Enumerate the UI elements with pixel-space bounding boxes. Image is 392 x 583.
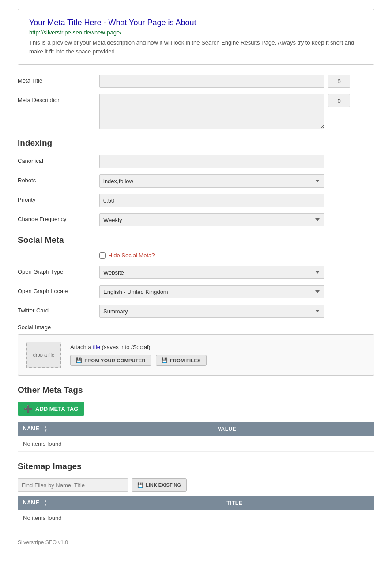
meta-tags-empty-text: No items found	[18, 436, 374, 452]
link-existing-label: LINK EXISTING	[146, 482, 181, 488]
meta-description-row: Meta Description 0	[18, 94, 374, 129]
canonical-row: Canonical	[18, 155, 374, 168]
upload-box: drop a file Attach a file (saves into /S…	[18, 334, 374, 376]
plus-icon: ➕	[24, 405, 33, 413]
meta-tags-empty-row: No items found	[18, 436, 374, 452]
sitemap-images-empty-row: No items found	[18, 510, 374, 526]
social-meta-heading: Social Meta	[18, 235, 374, 245]
page-footer: Silverstripe SEO v1.0	[18, 539, 374, 545]
meta-title-input[interactable]	[99, 75, 324, 88]
add-meta-tag-button[interactable]: ➕ ADD META TAG	[18, 402, 84, 416]
attach-prefix: Attach a	[70, 344, 93, 350]
change-frequency-row: Change Frequency AlwaysHourlyDailyWeekly…	[18, 213, 374, 226]
open-graph-locale-select[interactable]: English - United KingdomEnglish - United…	[99, 285, 324, 298]
robots-select[interactable]: index,follownoindex,followindex,nofollow…	[99, 174, 324, 188]
twitter-card-label: Twitter Card	[18, 305, 99, 314]
social-image-label: Social Image	[18, 324, 374, 331]
open-graph-locale-label: Open Graph Locale	[18, 285, 99, 294]
from-files-label: FROM FILES	[170, 358, 201, 363]
meta-tags-table: NAME ▲ ▼ VALUE No items found	[18, 422, 374, 452]
canonical-controls	[99, 155, 374, 168]
open-graph-locale-controls: English - United KingdomEnglish - United…	[99, 285, 374, 298]
open-graph-type-controls: WebsiteArticleBookProfileMusicVideo	[99, 266, 374, 279]
open-graph-type-select[interactable]: WebsiteArticleBookProfileMusicVideo	[99, 266, 324, 279]
social-meta-section: Social Meta Hide Social Meta? Open Graph…	[18, 235, 374, 376]
meta-title-controls: 0	[99, 75, 374, 88]
upload-right: Attach a file (saves into /Social) 💾 FRO…	[70, 344, 207, 366]
robots-label: Robots	[18, 174, 99, 184]
social-image-section: Social Image drop a file Attach a file (…	[18, 324, 374, 376]
upload-icon: 💾	[76, 357, 82, 363]
drop-area[interactable]: drop a file	[26, 342, 61, 368]
change-frequency-controls: AlwaysHourlyDailyWeeklyMonthlyYearlyNeve…	[99, 213, 374, 226]
priority-row: Priority	[18, 194, 374, 207]
hide-social-meta-checkbox[interactable]	[99, 252, 106, 259]
attach-link[interactable]: file	[93, 344, 100, 350]
sitemap-name-header: NAME ▲ ▼	[18, 496, 221, 510]
attach-text: Attach a file (saves into /Social)	[70, 344, 207, 350]
preview-url: http://silverstripe-seo.dev/new-page/	[29, 29, 363, 36]
priority-input[interactable]	[99, 194, 324, 207]
footer-text: Silverstripe SEO v1.0	[18, 539, 68, 545]
sitemap-images-table: NAME ▲ ▼ TITLE No items found	[18, 496, 374, 526]
from-computer-button[interactable]: 💾 FROM YOUR COMPUTER	[70, 355, 151, 366]
robots-row: Robots index,follownoindex,followindex,n…	[18, 174, 374, 188]
open-graph-locale-row: Open Graph Locale English - United Kingd…	[18, 285, 374, 298]
link-icon: 💾	[137, 482, 143, 488]
meta-description-controls: 0	[99, 94, 374, 129]
change-frequency-select[interactable]: AlwaysHourlyDailyWeeklyMonthlyYearlyNeve…	[99, 213, 324, 226]
priority-controls	[99, 194, 374, 207]
sitemap-images-section: Sitemap Images 💾 LINK EXISTING NAME ▲ ▼ …	[18, 462, 374, 526]
sitemap-images-heading: Sitemap Images	[18, 462, 374, 471]
meta-description-label: Meta Description	[18, 94, 99, 103]
meta-description-counter: 0	[328, 94, 350, 107]
open-graph-type-label: Open Graph Type	[18, 266, 99, 275]
sitemap-images-header-row: NAME ▲ ▼ TITLE	[18, 496, 374, 510]
name-sort-arrows[interactable]: ▲ ▼	[44, 425, 47, 433]
other-meta-tags-section: Other Meta Tags ➕ ADD META TAG NAME ▲ ▼ …	[18, 385, 374, 452]
link-existing-button[interactable]: 💾 LINK EXISTING	[132, 478, 187, 492]
from-files-button[interactable]: 💾 FROM FILES	[156, 355, 207, 366]
from-computer-label: FROM YOUR COMPUTER	[84, 358, 145, 363]
sitemap-title-header: TITLE	[221, 496, 374, 510]
meta-tags-value-header: VALUE	[212, 422, 374, 436]
attach-suffix: (saves into /Social)	[100, 344, 150, 350]
meta-description-input[interactable]	[99, 94, 324, 129]
files-icon: 💾	[162, 357, 168, 363]
canonical-input[interactable]	[99, 155, 324, 168]
meta-title-label: Meta Title	[18, 75, 99, 84]
sitemap-images-empty-text: No items found	[18, 510, 374, 526]
change-frequency-label: Change Frequency	[18, 213, 99, 222]
add-meta-tag-label: ADD META TAG	[35, 406, 78, 412]
priority-label: Priority	[18, 194, 99, 203]
hide-social-meta-label[interactable]: Hide Social Meta?	[108, 252, 155, 259]
meta-title-counter: 0	[328, 75, 350, 88]
sitemap-search-row: 💾 LINK EXISTING	[18, 478, 374, 492]
meta-title-row: Meta Title 0	[18, 75, 374, 88]
sitemap-name-sort-arrows[interactable]: ▲ ▼	[44, 500, 47, 507]
upload-buttons: 💾 FROM YOUR COMPUTER 💾 FROM FILES	[70, 355, 207, 366]
open-graph-type-row: Open Graph Type WebsiteArticleBookProfil…	[18, 266, 374, 279]
twitter-card-select[interactable]: SummarySummary Large ImageAppPlayer	[99, 305, 324, 318]
preview-title: Your Meta Title Here - What Your Page is…	[29, 18, 363, 27]
sitemap-search-input[interactable]	[18, 478, 128, 492]
twitter-card-controls: SummarySummary Large ImageAppPlayer	[99, 305, 374, 318]
canonical-label: Canonical	[18, 155, 99, 164]
meta-tags-header-row: NAME ▲ ▼ VALUE	[18, 422, 374, 436]
meta-tags-name-header: NAME ▲ ▼	[18, 422, 212, 436]
preview-description: This is a preview of your Meta descripti…	[29, 39, 354, 55]
preview-box: Your Meta Title Here - What Your Page is…	[18, 9, 374, 65]
other-meta-tags-heading: Other Meta Tags	[18, 385, 374, 395]
indexing-section: Indexing Canonical Robots index,followno…	[18, 138, 374, 226]
hide-social-meta-row: Hide Social Meta?	[99, 252, 374, 259]
twitter-card-row: Twitter Card SummarySummary Large ImageA…	[18, 305, 374, 318]
drop-text: drop a file	[33, 352, 54, 357]
robots-controls: index,follownoindex,followindex,nofollow…	[99, 174, 374, 188]
indexing-heading: Indexing	[18, 138, 374, 148]
